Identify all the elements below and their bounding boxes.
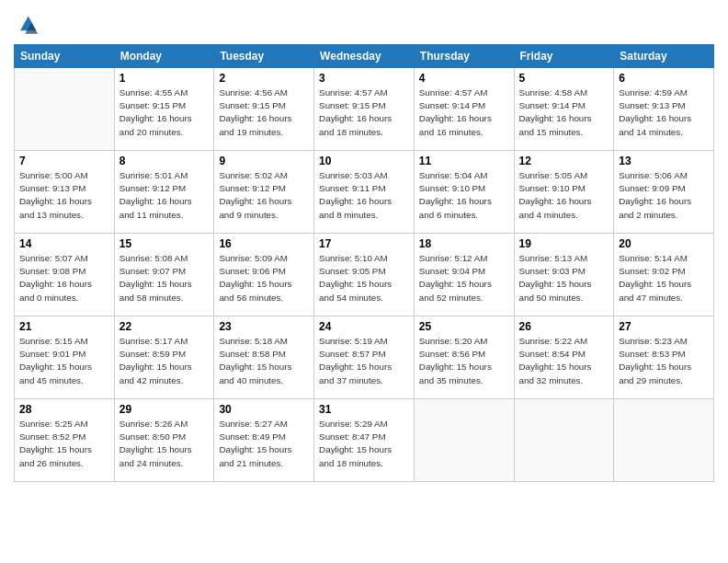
day-info: Sunrise: 5:20 AMSunset: 8:56 PMDaylight:…	[419, 335, 509, 387]
day-number: 24	[319, 320, 409, 333]
calendar-cell: 11Sunrise: 5:04 AMSunset: 9:10 PMDayligh…	[414, 151, 514, 234]
calendar-cell: 5Sunrise: 4:58 AMSunset: 9:14 PMDaylight…	[514, 68, 614, 151]
calendar-cell: 12Sunrise: 5:05 AMSunset: 9:10 PMDayligh…	[514, 151, 614, 234]
calendar-cell: 25Sunrise: 5:20 AMSunset: 8:56 PMDayligh…	[414, 316, 514, 399]
calendar-week-3: 14Sunrise: 5:07 AMSunset: 9:08 PMDayligh…	[15, 234, 714, 316]
col-header-thursday: Thursday	[414, 45, 514, 68]
calendar-cell	[15, 68, 115, 151]
day-number: 3	[319, 72, 409, 85]
calendar-cell: 13Sunrise: 5:06 AMSunset: 9:09 PMDayligh…	[614, 151, 714, 234]
day-info: Sunrise: 5:14 AMSunset: 9:02 PMDaylight:…	[619, 252, 709, 304]
calendar-cell: 27Sunrise: 5:23 AMSunset: 8:53 PMDayligh…	[614, 316, 714, 399]
calendar-cell	[514, 399, 614, 482]
day-info: Sunrise: 4:57 AMSunset: 9:15 PMDaylight:…	[319, 86, 409, 139]
day-info: Sunrise: 5:15 AMSunset: 9:01 PMDaylight:…	[19, 335, 109, 387]
day-info: Sunrise: 5:17 AMSunset: 8:59 PMDaylight:…	[119, 335, 210, 387]
day-number: 10	[319, 155, 409, 167]
calendar-cell: 1Sunrise: 4:55 AMSunset: 9:15 PMDaylight…	[114, 68, 214, 151]
day-info: Sunrise: 5:22 AMSunset: 8:54 PMDaylight:…	[519, 335, 609, 387]
calendar-table: SundayMondayTuesdayWednesdayThursdayFrid…	[14, 44, 714, 482]
calendar-cell: 22Sunrise: 5:17 AMSunset: 8:59 PMDayligh…	[114, 316, 214, 399]
logo-icon	[14, 13, 40, 39]
calendar-cell: 17Sunrise: 5:10 AMSunset: 9:05 PMDayligh…	[314, 234, 415, 316]
day-info: Sunrise: 5:29 AMSunset: 8:47 PMDaylight:…	[319, 418, 409, 470]
calendar-cell: 7Sunrise: 5:00 AMSunset: 9:13 PMDaylight…	[15, 151, 115, 234]
day-number: 20	[619, 237, 709, 250]
day-info: Sunrise: 5:05 AMSunset: 9:10 PMDaylight:…	[519, 169, 609, 222]
day-number: 16	[219, 237, 309, 250]
day-info: Sunrise: 5:04 AMSunset: 9:10 PMDaylight:…	[419, 169, 509, 222]
day-number: 22	[119, 320, 210, 333]
col-header-saturday: Saturday	[614, 45, 714, 68]
calendar-header: SundayMondayTuesdayWednesdayThursdayFrid…	[15, 45, 714, 68]
calendar-cell: 18Sunrise: 5:12 AMSunset: 9:04 PMDayligh…	[414, 234, 514, 316]
day-info: Sunrise: 4:58 AMSunset: 9:14 PMDaylight:…	[519, 86, 609, 139]
day-info: Sunrise: 5:12 AMSunset: 9:04 PMDaylight:…	[419, 252, 509, 304]
calendar-cell: 23Sunrise: 5:18 AMSunset: 8:58 PMDayligh…	[214, 316, 314, 399]
col-header-wednesday: Wednesday	[314, 45, 415, 68]
day-info: Sunrise: 5:00 AMSunset: 9:13 PMDaylight:…	[19, 169, 109, 222]
day-number: 5	[519, 72, 609, 85]
calendar-cell: 28Sunrise: 5:25 AMSunset: 8:52 PMDayligh…	[15, 399, 115, 482]
header-row: SundayMondayTuesdayWednesdayThursdayFrid…	[15, 45, 714, 68]
day-info: Sunrise: 4:59 AMSunset: 9:13 PMDaylight:…	[619, 86, 709, 139]
col-header-sunday: Sunday	[15, 45, 115, 68]
day-number: 6	[619, 72, 709, 85]
calendar-cell: 3Sunrise: 4:57 AMSunset: 9:15 PMDaylight…	[314, 68, 415, 151]
col-header-friday: Friday	[514, 45, 614, 68]
day-info: Sunrise: 5:08 AMSunset: 9:07 PMDaylight:…	[119, 252, 210, 304]
day-number: 1	[119, 72, 210, 85]
day-number: 9	[219, 155, 309, 167]
day-number: 18	[419, 237, 509, 250]
day-info: Sunrise: 5:09 AMSunset: 9:06 PMDaylight:…	[219, 252, 309, 304]
day-number: 2	[219, 72, 309, 85]
day-number: 12	[519, 155, 609, 167]
day-info: Sunrise: 5:27 AMSunset: 8:49 PMDaylight:…	[219, 418, 309, 470]
day-number: 7	[19, 155, 109, 167]
calendar-week-4: 21Sunrise: 5:15 AMSunset: 9:01 PMDayligh…	[15, 316, 714, 399]
day-number: 29	[119, 403, 210, 416]
calendar-week-5: 28Sunrise: 5:25 AMSunset: 8:52 PMDayligh…	[15, 399, 714, 482]
day-info: Sunrise: 5:25 AMSunset: 8:52 PMDaylight:…	[19, 418, 109, 470]
day-info: Sunrise: 5:03 AMSunset: 9:11 PMDaylight:…	[319, 169, 409, 222]
col-header-tuesday: Tuesday	[214, 45, 314, 68]
day-info: Sunrise: 5:13 AMSunset: 9:03 PMDaylight:…	[519, 252, 609, 304]
day-info: Sunrise: 5:19 AMSunset: 8:57 PMDaylight:…	[319, 335, 409, 387]
day-info: Sunrise: 5:23 AMSunset: 8:53 PMDaylight:…	[619, 335, 709, 387]
calendar-cell: 19Sunrise: 5:13 AMSunset: 9:03 PMDayligh…	[514, 234, 614, 316]
calendar-cell: 9Sunrise: 5:02 AMSunset: 9:12 PMDaylight…	[214, 151, 314, 234]
calendar-cell: 15Sunrise: 5:08 AMSunset: 9:07 PMDayligh…	[114, 234, 214, 316]
calendar-cell: 26Sunrise: 5:22 AMSunset: 8:54 PMDayligh…	[514, 316, 614, 399]
day-info: Sunrise: 5:06 AMSunset: 9:09 PMDaylight:…	[619, 169, 709, 222]
main-container: SundayMondayTuesdayWednesdayThursdayFrid…	[0, 0, 728, 491]
logo	[14, 13, 41, 39]
calendar-cell: 6Sunrise: 4:59 AMSunset: 9:13 PMDaylight…	[614, 68, 714, 151]
calendar-cell: 20Sunrise: 5:14 AMSunset: 9:02 PMDayligh…	[614, 234, 714, 316]
day-info: Sunrise: 4:56 AMSunset: 9:15 PMDaylight:…	[219, 86, 309, 139]
day-number: 4	[419, 72, 509, 85]
calendar-cell	[414, 399, 514, 482]
calendar-cell: 31Sunrise: 5:29 AMSunset: 8:47 PMDayligh…	[314, 399, 415, 482]
calendar-cell: 21Sunrise: 5:15 AMSunset: 9:01 PMDayligh…	[15, 316, 115, 399]
day-info: Sunrise: 5:26 AMSunset: 8:50 PMDaylight:…	[119, 418, 210, 470]
day-info: Sunrise: 5:01 AMSunset: 9:12 PMDaylight:…	[119, 169, 210, 222]
calendar-cell: 2Sunrise: 4:56 AMSunset: 9:15 PMDaylight…	[214, 68, 314, 151]
day-number: 30	[219, 403, 309, 416]
day-number: 26	[519, 320, 609, 333]
calendar-cell: 16Sunrise: 5:09 AMSunset: 9:06 PMDayligh…	[214, 234, 314, 316]
day-info: Sunrise: 4:55 AMSunset: 9:15 PMDaylight:…	[119, 86, 210, 139]
day-number: 31	[319, 403, 409, 416]
day-number: 17	[319, 237, 409, 250]
calendar-cell: 14Sunrise: 5:07 AMSunset: 9:08 PMDayligh…	[15, 234, 115, 316]
day-number: 23	[219, 320, 309, 333]
calendar-cell: 8Sunrise: 5:01 AMSunset: 9:12 PMDaylight…	[114, 151, 214, 234]
calendar-cell: 29Sunrise: 5:26 AMSunset: 8:50 PMDayligh…	[114, 399, 214, 482]
day-info: Sunrise: 5:07 AMSunset: 9:08 PMDaylight:…	[19, 252, 109, 304]
calendar-week-2: 7Sunrise: 5:00 AMSunset: 9:13 PMDaylight…	[15, 151, 714, 234]
calendar-week-1: 1Sunrise: 4:55 AMSunset: 9:15 PMDaylight…	[15, 68, 714, 151]
day-info: Sunrise: 5:10 AMSunset: 9:05 PMDaylight:…	[319, 252, 409, 304]
day-info: Sunrise: 5:02 AMSunset: 9:12 PMDaylight:…	[219, 169, 309, 222]
day-number: 13	[619, 155, 709, 167]
day-number: 21	[19, 320, 109, 333]
day-info: Sunrise: 5:18 AMSunset: 8:58 PMDaylight:…	[219, 335, 309, 387]
